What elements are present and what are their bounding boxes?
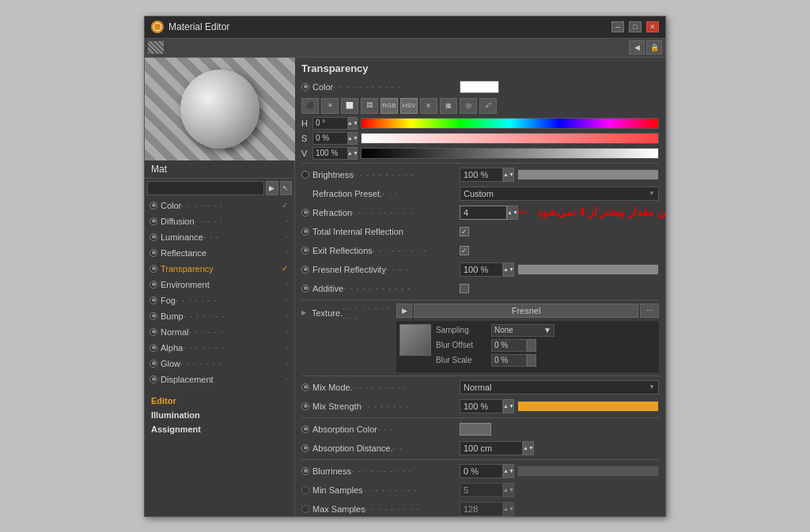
nav-item-fog[interactable]: Fog · · · · · · · · [145, 292, 294, 308]
h-input[interactable] [312, 117, 348, 130]
color-k-btn[interactable]: K [420, 98, 437, 114]
nav-item-color[interactable]: Color · · · · · · · ✓ [145, 198, 294, 213]
absorption-distance-spinner[interactable]: ▲▼ [523, 441, 534, 455]
min-samples-radio[interactable] [301, 486, 309, 494]
absorption-distance-radio[interactable] [301, 444, 309, 452]
min-samples-spinner[interactable]: ▲▼ [503, 483, 514, 497]
more-button[interactable]: ··· [640, 304, 659, 318]
toolbar-arrow-btn[interactable]: ◀ [629, 40, 645, 55]
nav-item-environment[interactable]: Environment · [145, 277, 294, 292]
v-slider[interactable] [361, 148, 659, 159]
nav-item-bump[interactable]: Bump · · · · · · · · [145, 308, 294, 324]
close-button[interactable]: ✕ [646, 21, 659, 32]
mix-mode-radio[interactable] [301, 383, 309, 391]
blur-scale-input[interactable] [491, 354, 527, 367]
total-internal-radio[interactable] [301, 228, 309, 236]
additive-checkbox[interactable] [460, 284, 469, 293]
fresnel-reflectivity-radio[interactable] [301, 266, 309, 274]
blur-offset-spinner[interactable] [527, 339, 536, 352]
sampling-dropdown[interactable]: None ▼ [491, 324, 555, 337]
blur-offset-input[interactable] [491, 339, 527, 352]
search-input[interactable] [147, 181, 264, 195]
color-texture-btn[interactable]: ⬜ [341, 98, 358, 114]
section-title: Transparency [301, 62, 659, 74]
color-swatch[interactable] [460, 81, 499, 93]
blurriness-radio[interactable] [301, 467, 309, 475]
nav-section-assignment[interactable]: Assignment [145, 422, 294, 436]
nav-section-editor[interactable]: Editor [145, 394, 294, 408]
max-samples-row: Max Samples · · · · · · · · · ▲▼ [301, 501, 659, 516]
color-rgb-btn[interactable]: RGB [380, 98, 398, 114]
refraction-input[interactable] [460, 206, 507, 220]
nav-item-transparency[interactable]: Transparency ✓ [145, 261, 294, 277]
absorption-distance-input[interactable] [460, 441, 523, 455]
nav-check-reflectance: · [286, 248, 288, 257]
nav-radio-diffusion [150, 217, 157, 225]
max-samples-input[interactable] [460, 502, 503, 516]
refraction-row: Refraction · · · · · · · · · · ▲▼ ← نمی‌… [301, 205, 659, 221]
mix-mode-dropdown[interactable]: Normal ▼ [460, 380, 659, 394]
absorption-color-swatch[interactable] [460, 423, 491, 436]
color-hsv-btn[interactable]: HSV [400, 98, 418, 114]
exit-reflections-checkbox[interactable] [460, 246, 469, 255]
brightness-input[interactable] [460, 168, 503, 182]
h-slider[interactable] [361, 118, 659, 129]
v-input[interactable] [312, 147, 348, 160]
absorption-distance-row: Absorption Distance. · · ▲▼ [301, 440, 659, 456]
brightness-spinner[interactable]: ▲▼ [503, 168, 514, 182]
exit-reflections-radio[interactable] [301, 247, 309, 255]
cursor-button[interactable]: ↖ [280, 181, 293, 195]
color-radio[interactable] [301, 83, 309, 91]
refraction-label: Refraction · · · · · · · · · · [301, 208, 460, 217]
texture-expand-btn[interactable]: ▶ [301, 309, 309, 317]
min-samples-input[interactable] [460, 483, 503, 497]
nav-item-displacement[interactable]: Displacement · [145, 372, 294, 387]
maximize-button[interactable]: □ [629, 21, 642, 32]
color-image-btn[interactable]: 🖼 [361, 98, 378, 114]
s-row: S ▲▼ [301, 132, 659, 145]
color-mixer-btn[interactable]: ▦ [440, 98, 457, 114]
total-internal-label: Total Internal Reflection [301, 227, 460, 236]
fresnel-button[interactable]: Fresnel [414, 304, 638, 318]
right-panel: Transparency Color · · · · · · · · · · ·… [295, 58, 665, 516]
s-input[interactable] [312, 132, 348, 145]
texture-play-btn[interactable]: ▶ [396, 304, 412, 318]
mix-strength-radio[interactable] [301, 402, 309, 410]
additive-radio[interactable] [301, 285, 309, 292]
nav-item-alpha[interactable]: Alpha · · · · · · · · [145, 340, 294, 356]
absorption-color-radio[interactable] [301, 425, 309, 433]
refraction-spinner[interactable]: ▲▼ [507, 206, 518, 220]
h-spinner[interactable]: ▲▼ [348, 117, 358, 130]
mix-strength-input[interactable] [460, 399, 503, 413]
s-spinner[interactable]: ▲▼ [348, 132, 358, 145]
refraction-preset-dropdown[interactable]: Custom ▼ [460, 187, 659, 201]
s-slider[interactable] [361, 133, 659, 144]
fresnel-reflectivity-spinner[interactable]: ▲▼ [503, 262, 514, 277]
color-eyedrop-btn[interactable]: 🖊 [479, 98, 497, 114]
blurriness-input[interactable] [460, 464, 503, 478]
nav-label-diffusion: Diffusion [161, 217, 195, 226]
toolbar-lock-btn[interactable]: 🔒 [646, 40, 662, 55]
blurriness-spinner[interactable]: ▲▼ [503, 464, 514, 478]
fresnel-reflectivity-input[interactable] [460, 262, 503, 277]
v-spinner[interactable]: ▲▼ [348, 147, 358, 160]
total-internal-checkbox[interactable] [460, 227, 469, 236]
minimize-button[interactable]: ─ [611, 21, 624, 32]
nav-item-reflectance[interactable]: Reflectance · [145, 245, 294, 261]
nav-item-glow[interactable]: Glow · · · · · · · · [145, 356, 294, 372]
search-button[interactable]: ▶ [266, 181, 278, 195]
mix-strength-spinner[interactable]: ▲▼ [503, 399, 514, 413]
max-samples-spinner[interactable]: ▲▼ [503, 502, 514, 516]
nav-section-illumination[interactable]: Illumination [145, 408, 294, 422]
nav-item-luminance[interactable]: Luminance · · · · [145, 229, 294, 245]
color-wheel-btn[interactable]: ◎ [460, 98, 477, 114]
brightness-radio[interactable] [301, 171, 309, 179]
nav-item-normal[interactable]: Normal · · · · · · · [145, 324, 294, 340]
max-samples-radio[interactable] [301, 505, 309, 513]
blur-scale-spinner[interactable] [527, 354, 536, 367]
color-preset-btn[interactable]: ⬛ [301, 98, 319, 114]
color-gradient-btn[interactable]: ✳ [321, 98, 339, 114]
nav-radio-color [150, 202, 157, 209]
nav-item-diffusion[interactable]: Diffusion · · · · · · [145, 213, 294, 229]
refraction-radio[interactable] [301, 209, 309, 217]
